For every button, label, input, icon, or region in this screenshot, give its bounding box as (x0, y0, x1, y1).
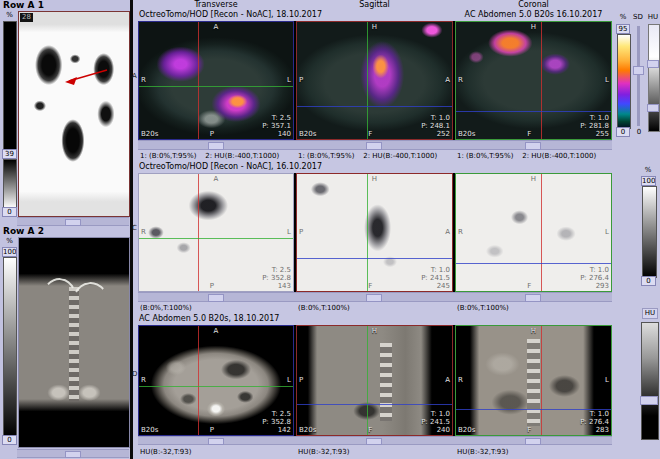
rail3-hu-handle[interactable] (640, 396, 658, 405)
viewport-row3-sagittal[interactable]: H F P A B20s T: 1.0 P: 241.5 240 (296, 325, 453, 436)
row3-slice-scrollbar[interactable] (138, 436, 612, 445)
column-title-transverse: Transverse (138, 0, 294, 10)
crosshair-transverse-line[interactable] (456, 263, 611, 264)
row2-slice-scrollbar[interactable] (138, 292, 612, 302)
orientation-left: R (458, 228, 463, 236)
rail1-sd-slider-handle[interactable] (633, 66, 644, 75)
row2-scroll-handle-2[interactable] (366, 294, 382, 302)
rail2-percent-min[interactable]: 0 (641, 276, 656, 286)
row2-image-band: A P R L T: 2.5 P: 352.8 143 H F P A T: 1… (138, 173, 612, 292)
viewport-row3-coronal[interactable]: H F R L B20s T: 1.0 P: 276.4 283 (455, 325, 612, 436)
position-readout: T: 2.5 P: 357.1 140 (262, 114, 291, 138)
position-readout: T: 1.0 P: 281.8 255 (580, 114, 609, 138)
row1-window-text-2: 1: (B:0%,T:95%) 2: HU(B:-400,T:1000) (298, 151, 453, 162)
row3-series-title: AC Abdomen 5.0 B20s, 18.10.2017 (139, 314, 449, 324)
row3-scroll-handle-3[interactable] (525, 438, 541, 445)
crosshair-transverse-line[interactable] (297, 258, 452, 259)
column-title-sagittal: Sagittal (296, 0, 453, 10)
row1-slice-scrollbar[interactable] (138, 140, 612, 150)
crosshair-coronal-line[interactable] (367, 174, 368, 291)
rail1-percent-max[interactable]: 95 (616, 24, 630, 34)
orientation-bottom: F (527, 426, 531, 434)
crosshair-sagittal-line[interactable] (541, 326, 542, 435)
orientation-bottom: F (527, 282, 531, 290)
orientation-bottom: F (527, 130, 531, 138)
position-readout: T: 1.0 P: 276.4 293 (580, 266, 609, 290)
panel1-scroll-handle[interactable] (65, 219, 81, 226)
crosshair-coronal-line[interactable] (139, 386, 293, 387)
orientation-right: L (605, 228, 609, 236)
viewport-row2-transverse[interactable]: A P R L T: 2.5 P: 352.8 143 (138, 173, 294, 292)
rail1-sd-slider-track[interactable] (637, 26, 640, 126)
crosshair-sagittal-line[interactable] (198, 22, 199, 139)
row1-scroll-handle-3[interactable] (525, 142, 541, 150)
orientation-top: A (214, 327, 219, 335)
viewport-row1-sagittal[interactable]: H F P A B20s T: 1.0 P: 248.1 252 (296, 21, 453, 140)
rail1-hu-handle-upper[interactable] (647, 60, 659, 68)
row1-ct-series-title: AC Abdomen 5.0 B20s 16.10.2017 (455, 10, 612, 20)
row1-scroll-handle-1[interactable] (208, 142, 224, 150)
crosshair-transverse-line[interactable] (456, 111, 611, 112)
orientation-right: L (287, 76, 291, 84)
crosshair-coronal-line[interactable] (367, 22, 368, 139)
rail3-hu-colorbar[interactable] (641, 322, 659, 440)
panel1-scale-min-value[interactable]: 0 (2, 207, 17, 217)
row2-series-title: OctreoTomo/HOD [Recon - NoAC], 16.10.201… (139, 162, 449, 172)
left-sidebar: Row A 1 % 39 0 28 Row A 2 % 100 0 (0, 0, 130, 459)
panel1: % 39 0 28 (1, 11, 129, 217)
rail1-hu-handle-lower[interactable] (647, 104, 659, 112)
rail1-sd-label: SD (632, 13, 644, 22)
panel1-scale-mid-value[interactable]: 39 (2, 149, 17, 159)
row2-scroll-handle-3[interactable] (525, 294, 541, 302)
rail2-percent-colorbar[interactable] (642, 186, 657, 278)
rail1-hu-colorbar[interactable] (648, 24, 660, 132)
panel2-colorbar[interactable] (3, 257, 17, 437)
panel2-scale-min-value[interactable]: 0 (2, 435, 17, 445)
position-readout: T: 1.0 P: 276.4 283 (580, 410, 609, 434)
crosshair-sagittal-line[interactable] (198, 174, 199, 291)
orientation-top: H (372, 23, 377, 31)
row3-scroll-handle-1[interactable] (208, 438, 224, 445)
crosshair-transverse-line[interactable] (297, 404, 452, 405)
row1-series-title: OctreoTomo/HOD [Recon - NoAC], 18.10.201… (139, 10, 449, 20)
orientation-top: H (531, 175, 536, 183)
rail1-percent-colorbar[interactable] (617, 34, 631, 129)
panel2-scrollbar[interactable] (17, 449, 129, 458)
panel2-image[interactable] (18, 237, 130, 448)
row3-window-text-1: HU(B:-32,T:93) (140, 446, 294, 458)
orientation-right: L (287, 376, 291, 384)
crosshair-sagittal-line[interactable] (198, 326, 199, 435)
rail1-percent-label: % (618, 13, 628, 22)
viewport-row2-coronal[interactable]: H F R L T: 1.0 P: 276.4 293 (455, 173, 612, 292)
crosshair-coronal-line[interactable] (139, 238, 293, 239)
crosshair-coronal-line[interactable] (367, 326, 368, 435)
panel2-unit-label: % (3, 237, 16, 246)
crosshair-sagittal-line[interactable] (541, 22, 542, 139)
orientation-right: L (605, 376, 609, 384)
orientation-bottom: P (210, 282, 214, 290)
row2-scroll-handle-1[interactable] (208, 294, 224, 302)
series-tag: B20s (299, 130, 316, 138)
row1-scroll-handle-2[interactable] (366, 142, 382, 150)
panel1-colorbar-lower[interactable] (3, 159, 17, 209)
viewport-row2-sagittal[interactable]: H F P A T: 1.0 P: 241.5 245 (296, 173, 453, 292)
panel1-scrollbar[interactable] (17, 217, 129, 226)
rail2-percent-max[interactable]: 100 (641, 176, 656, 186)
orientation-left: P (299, 228, 303, 236)
rail1-percent-min[interactable]: 0 (616, 127, 630, 137)
crosshair-transverse-line[interactable] (297, 106, 452, 107)
orientation-top: H (372, 175, 377, 183)
rail1-sd-min: 0 (634, 128, 644, 137)
panel1-colorbar-upper[interactable] (3, 21, 17, 151)
viewport-row1-coronal[interactable]: H F R L B20s T: 1.0 P: 281.8 255 (455, 21, 612, 140)
row3-scroll-handle-2[interactable] (366, 438, 382, 445)
row2-window-text-3: (B:0%,T:100%) (457, 303, 612, 314)
viewport-row3-transverse[interactable]: A P R L B20s T: 2.5 P: 352.8 142 (138, 325, 294, 436)
panel2-scale-max-value[interactable]: 100 (2, 247, 17, 257)
crosshair-sagittal-line[interactable] (541, 174, 542, 291)
viewport-row1-transverse[interactable]: A P R L B20s T: 2.5 P: 357.1 140 (138, 21, 294, 140)
panel1-unit-label: % (3, 11, 16, 20)
panel2-scroll-handle[interactable] (65, 451, 81, 458)
crosshair-coronal-line[interactable] (139, 86, 293, 87)
panel1-image[interactable]: 28 (18, 11, 130, 217)
